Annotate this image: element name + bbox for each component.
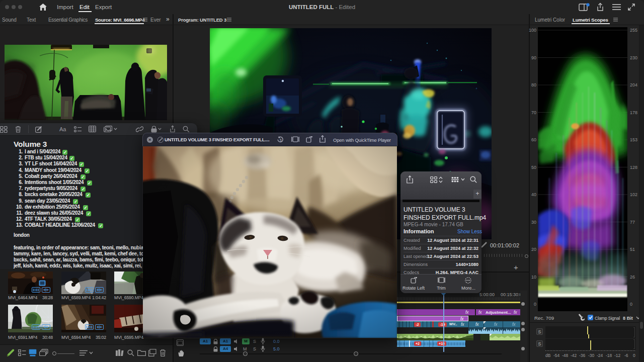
svg-text:5: 5 xyxy=(280,138,282,142)
